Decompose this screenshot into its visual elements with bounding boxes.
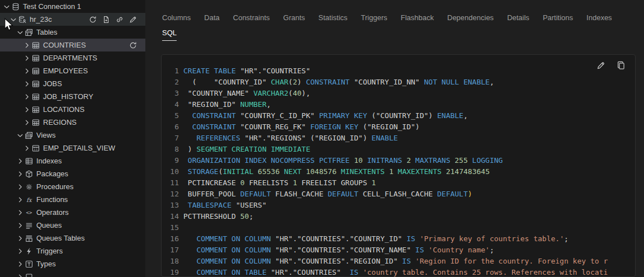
tab-columns[interactable]: Columns: [162, 13, 191, 22]
tab-constraints[interactable]: Constraints: [233, 13, 270, 22]
tree-item-queues[interactable]: Queues: [0, 219, 145, 232]
table-icon: [31, 41, 40, 50]
tree-item-emp-details-view[interactable]: EMP_DETAILS_VIEW: [0, 142, 145, 154]
code-line: 6 CONSTRAINT "COUNTR_REG_FK" FOREIGN KEY…: [162, 121, 635, 133]
row-actions: [88, 15, 138, 24]
edit-sql-icon[interactable]: [596, 60, 606, 71]
tree-item-label: Packages: [36, 170, 68, 178]
line-number: 3: [168, 88, 179, 99]
tab-triggers[interactable]: Triggers: [361, 13, 387, 22]
tree-item-locations[interactable]: LOCATIONS: [0, 103, 145, 116]
tab-details[interactable]: Details: [507, 13, 529, 22]
connection-tree: Test Connection 1hr_23cTablesCOUNTRIESDE…: [0, 0, 145, 277]
disconnect-icon[interactable]: [115, 15, 124, 24]
code-line: 17 COMMENT ON COLUMN "HR"."COUNTRIES"."C…: [162, 245, 635, 256]
chevron-right-icon[interactable]: [22, 92, 31, 101]
tab-indexes[interactable]: Indexes: [586, 13, 612, 22]
chevron-down-icon[interactable]: [2, 2, 11, 11]
chevron-right-icon[interactable]: [16, 234, 25, 243]
chevron-right-icon[interactable]: [16, 260, 25, 269]
tree-item-partial[interactable]: [0, 270, 145, 277]
table-icon: [31, 118, 40, 127]
tree-item-label: COUNTRIES: [43, 41, 86, 49]
refresh-icon[interactable]: [88, 15, 97, 24]
code-line: 8 ) SEGMENT CREATION IMMEDIATE: [162, 144, 635, 155]
new-worksheet-icon[interactable]: [102, 15, 111, 24]
chevron-right-icon[interactable]: [22, 54, 31, 63]
functions-icon: fx: [25, 195, 34, 204]
tree-item-tables[interactable]: Tables: [0, 26, 145, 39]
table-icon: [31, 54, 40, 63]
tree-item-label: Triggers: [36, 247, 63, 255]
line-number: 8: [168, 144, 179, 155]
edit-connection-icon[interactable]: [129, 15, 138, 24]
chevron-right-icon[interactable]: [16, 221, 25, 230]
tree-item-triggers[interactable]: Triggers: [0, 245, 145, 257]
tree-item-countries[interactable]: COUNTRIES: [0, 39, 145, 51]
chevron-right-icon[interactable]: [16, 195, 25, 204]
table-icon: [31, 92, 40, 101]
tree-item-test-connection-1[interactable]: Test Connection 1: [0, 0, 145, 13]
tree-item-queues-tables[interactable]: Queues Tables: [0, 232, 145, 245]
tab-dependencies[interactable]: Dependencies: [447, 13, 494, 22]
chevron-down-icon[interactable]: [9, 15, 18, 24]
chevron-down-icon[interactable]: [16, 131, 25, 140]
chevron-right-icon[interactable]: [16, 247, 25, 256]
chevron-right-icon[interactable]: [22, 105, 31, 114]
tab-statistics[interactable]: Statistics: [319, 13, 348, 22]
sql-tab-bar: SQL: [162, 29, 177, 37]
tab-data[interactable]: Data: [204, 13, 219, 22]
tree-item-operators[interactable]: <>Operators: [0, 206, 145, 219]
tree-item-functions[interactable]: fxFunctions: [0, 193, 145, 206]
tree-item-departments[interactable]: DEPARTMENTS: [0, 51, 145, 64]
tree-item-label: Operators: [36, 208, 69, 217]
chevron-right-icon[interactable]: [16, 170, 25, 179]
copy-sql-icon[interactable]: [616, 60, 626, 71]
tree-item-label: Tables: [36, 28, 58, 36]
chevron-right-icon[interactable]: [22, 67, 31, 76]
tree-item-views[interactable]: Views: [0, 129, 145, 142]
chevron-right-icon[interactable]: [22, 118, 31, 127]
code-line: 11 PCTINCREASE 0 FREELISTS 1 FREELIST GR…: [162, 177, 635, 189]
tree-item-indexes[interactable]: Indexes: [0, 154, 145, 167]
tab-sql[interactable]: SQL: [162, 29, 177, 37]
chevron-right-icon[interactable]: [16, 208, 25, 217]
chevron-right-icon[interactable]: [16, 273, 25, 277]
tree-item-jobs[interactable]: JOBS: [0, 77, 145, 90]
line-number: 13: [168, 200, 179, 211]
loading-refresh-icon[interactable]: [129, 41, 138, 50]
sql-code[interactable]: 1CREATE TABLE "HR"."COUNTRIES"2 ( "COUNT…: [162, 55, 635, 277]
chevron-right-icon[interactable]: [22, 79, 31, 88]
tree-item-employees[interactable]: EMPLOYEES: [0, 64, 145, 77]
chevron-right-icon[interactable]: [22, 144, 31, 153]
chevron-down-icon[interactable]: [16, 28, 25, 37]
tree-item-packages[interactable]: Packages: [0, 167, 145, 180]
line-number: 2: [168, 77, 179, 88]
tree-item-procedures[interactable]: Procedures: [0, 180, 145, 193]
tree-item-job-history[interactable]: JOB_HISTORY: [0, 90, 145, 103]
code-line: 2 ( "COUNTRY_ID" CHAR(2) CONSTRAINT "COU…: [162, 77, 635, 88]
tree-item-regions[interactable]: REGIONS: [0, 116, 145, 129]
object-tab-bar: ColumnsDataConstraintsGrantsStatisticsTr…: [162, 13, 612, 22]
chevron-right-icon[interactable]: [16, 157, 25, 166]
generic-icon: [25, 273, 34, 277]
line-number: 17: [168, 245, 179, 256]
tree-item-label: DEPARTMENTS: [43, 54, 97, 62]
tree-item-label: Views: [36, 131, 55, 139]
triggers-icon: [25, 247, 34, 256]
tree-item-hr-23c[interactable]: hr_23c: [0, 13, 145, 26]
tables-group-icon: [25, 28, 34, 37]
line-number: 9: [168, 155, 179, 166]
chevron-right-icon[interactable]: [22, 41, 31, 50]
tree-item-types[interactable]: Types: [0, 257, 145, 270]
code-line: 1CREATE TABLE "HR"."COUNTRIES": [162, 65, 635, 77]
line-number: 15: [168, 222, 179, 233]
tab-flashback[interactable]: Flashback: [401, 13, 434, 22]
tab-partitions[interactable]: Partitions: [543, 13, 573, 22]
tab-grants[interactable]: Grants: [283, 13, 305, 22]
line-number: 4: [168, 99, 179, 110]
tree-item-label: Queues Tables: [36, 234, 85, 242]
code-line: 3 "COUNTRY_NAME" VARCHAR2(40),: [162, 88, 635, 99]
chevron-right-icon[interactable]: [16, 182, 25, 191]
object-viewer: ColumnsDataConstraintsGrantsStatisticsTr…: [145, 0, 644, 277]
